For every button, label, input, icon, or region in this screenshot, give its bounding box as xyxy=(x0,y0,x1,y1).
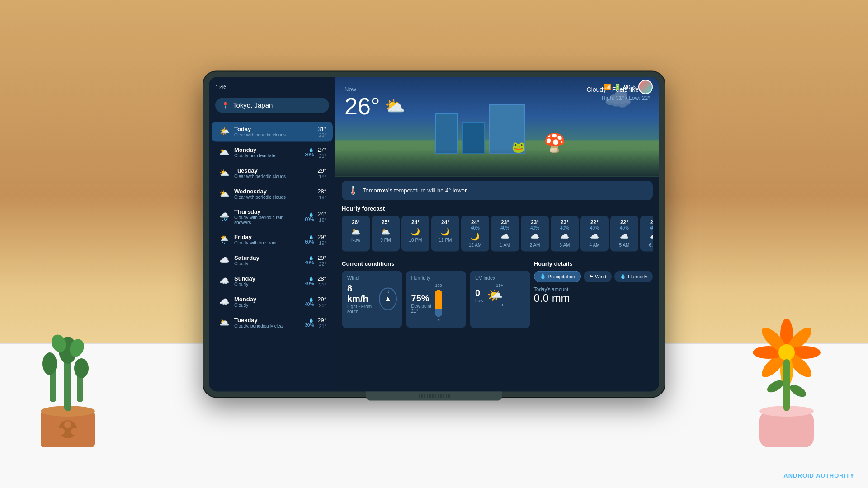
hourly-temp-7: 23° xyxy=(552,219,577,225)
forecast-info-8: Monday Cloudy xyxy=(234,296,297,308)
forecast-high-7: 28° xyxy=(317,275,326,282)
humidity-card: Humidity 75% Dew point 21° 100 xyxy=(406,271,467,328)
banner-icon: 🌡️ xyxy=(348,185,358,195)
hourly-item-6[interactable]: 23° 40% ☁️ 2 AM xyxy=(521,216,549,251)
forecast-item-2[interactable]: ⛅ Tuesday Clear with periodic clouds 29°… xyxy=(212,163,333,183)
forecast-precip-5: 💧60% xyxy=(301,235,314,244)
tablet-device: 1:46 📶 🔋 90% 📍 Tokyo, Japan xyxy=(203,71,665,397)
forecast-desc-4: Cloudy with periodic rain showers xyxy=(234,215,297,225)
wind-desc: Light • From south xyxy=(347,304,375,314)
hourly-item-2[interactable]: 24° 🌙 10 PM xyxy=(401,216,429,251)
hourly-details: Hourly details 💧 Precipitation ➤ Wind xyxy=(534,260,653,332)
current-conditions: Current conditions Wind 8 km/h Light • F… xyxy=(342,260,530,332)
hourly-temp-10: 22° xyxy=(642,219,653,225)
svg-point-5 xyxy=(71,428,78,435)
forecast-temps-9: 29° 21° xyxy=(317,317,326,329)
tab-precipitation[interactable]: 💧 Precipitation xyxy=(534,271,581,282)
wind-card: Wind 8 km/h Light • From south N xyxy=(342,271,402,328)
forecast-low-8: 20° xyxy=(317,303,326,308)
wind-content: 8 km/h Light • From south N ▲ xyxy=(347,283,397,314)
info-section: 🌡️ Tomorrow's temperature will be 4° low… xyxy=(335,176,659,391)
forecast-day-6: Saturday xyxy=(234,254,297,261)
grille-dot xyxy=(443,394,444,398)
forecast-temps-3: 28° 19° xyxy=(317,188,326,200)
forecast-desc-1: Cloudy but clear later xyxy=(234,153,297,158)
hourly-item-7[interactable]: 23° 40% ☁️ 3 AM xyxy=(551,216,579,251)
hourly-precip-7: 40% xyxy=(552,225,577,230)
tab-humidity[interactable]: 💧 Humidity xyxy=(614,271,653,282)
precip-tab-icon: 💧 xyxy=(540,273,546,279)
hourly-item-8[interactable]: 22° 40% ☁️ 4 AM xyxy=(580,216,609,251)
forecast-info-2: Tuesday Clear with periodic clouds xyxy=(234,167,297,179)
grille-dot xyxy=(440,394,442,398)
forecast-item-5[interactable]: 🌦️ Friday Cloudy with brief rain 💧60% 29… xyxy=(212,230,333,249)
speaker-grille xyxy=(366,391,502,400)
forecast-icon-5: 🌦️ xyxy=(218,233,231,246)
hourly-title: Hourly forecast xyxy=(342,205,653,212)
forecast-item-6[interactable]: ☁️ Saturday Cloudy 💧40% 29° 22° xyxy=(212,250,333,270)
precip-amount-value: 0.0 mm xyxy=(534,292,653,305)
hourly-icon-1: 🌥️ xyxy=(373,227,398,236)
svg-point-27 xyxy=(788,382,808,399)
forecast-high-3: 28° xyxy=(317,188,326,195)
forecast-item-8[interactable]: ☁️ Monday Cloudy 💧40% 29° 20° xyxy=(212,292,333,312)
tomorrow-banner: 🌡️ Tomorrow's temperature will be 4° low… xyxy=(342,181,653,200)
hourly-item-5[interactable]: 23° 40% ☁️ 1 AM xyxy=(491,216,519,251)
forecast-item-1[interactable]: 🌥️ Monday Cloudy but clear later 💧30% 27… xyxy=(212,142,333,162)
forecast-low-6: 22° xyxy=(317,261,326,267)
hourly-temp-0: 26° xyxy=(344,219,368,225)
hourly-item-10[interactable]: 22° 40% ☁️ 6 AM xyxy=(640,216,653,251)
hourly-item-4[interactable]: 24° 40% 🌙 12 AM xyxy=(461,216,489,251)
wind-speed: 8 km/h xyxy=(347,283,375,304)
hourly-icon-3: 🌙 xyxy=(433,227,458,236)
forecast-day-8: Monday xyxy=(234,296,297,303)
forecast-info-3: Wednesday Clear with periodic clouds xyxy=(234,188,297,200)
uv-value: 0 xyxy=(475,288,483,298)
humidity-value: 75% xyxy=(411,293,431,304)
forecast-low-9: 21° xyxy=(317,324,326,329)
tab-wind[interactable]: ➤ Wind xyxy=(584,271,612,282)
hourly-precip-8: 40% xyxy=(582,225,607,230)
uv-card: UV index 0 Low 11+ 🌤️ xyxy=(470,271,530,328)
forecast-info-1: Monday Cloudy but clear later xyxy=(234,146,297,158)
hourly-scroll[interactable]: 26° 🌥️ Now 25° 🌥️ 9 PM 24° 🌙 10 PM 24° 🌙… xyxy=(342,216,653,255)
forecast-temps-6: 29° 22° xyxy=(317,254,326,267)
user-avatar[interactable] xyxy=(638,80,653,94)
forecast-day-5: Friday xyxy=(234,234,297,240)
uv-max: 11+ xyxy=(487,283,503,288)
scene-building-2 xyxy=(462,122,485,154)
hourly-icon-8: ☁️ xyxy=(582,232,607,241)
forecast-info-4: Thursday Cloudy with periodic rain showe… xyxy=(234,208,297,225)
forecast-item-3[interactable]: ⛅ Wednesday Clear with periodic clouds 2… xyxy=(212,184,333,204)
bottom-row: Current conditions Wind 8 km/h Light • F… xyxy=(342,260,653,332)
location-bar[interactable]: 📍 Tokyo, Japan xyxy=(215,98,329,113)
hourly-item-1[interactable]: 25° 🌥️ 9 PM xyxy=(372,216,400,251)
location-pin-icon: 📍 xyxy=(222,102,229,109)
forecast-precip-4: 💧60% xyxy=(301,212,314,222)
grille-dot xyxy=(438,394,439,398)
hourly-precip-10: 40% xyxy=(642,225,653,230)
forecast-precip-8: 💧40% xyxy=(301,297,314,307)
compass-n: N xyxy=(387,289,390,294)
hourly-time-4: 12 AM xyxy=(463,243,487,248)
forecast-info-0: Today Clear with periodic clouds xyxy=(234,126,297,137)
forecast-item-0[interactable]: 🌤️ Today Clear with periodic clouds 31° … xyxy=(212,122,333,141)
right-panel: 🍄 🐸 ☁️ Now 26° ⛅ Cloudy • Feels like 26°… xyxy=(335,77,659,391)
hourly-item-9[interactable]: 22° 40% ☁️ 5 AM xyxy=(610,216,638,251)
forecast-icon-6: ☁️ xyxy=(218,254,231,267)
hourly-precip-5: 40% xyxy=(493,225,517,230)
watermark: ANDROID AUTHORITY xyxy=(783,472,854,479)
forecast-item-4[interactable]: 🌧️ Thursday Cloudy with periodic rain sh… xyxy=(212,205,333,229)
humidity-tab-icon: 💧 xyxy=(620,273,626,279)
forecast-desc-9: Cloudy, periodically clear xyxy=(234,324,297,328)
forecast-low-2: 19° xyxy=(317,174,326,179)
forecast-item-7[interactable]: ☁️ Sunday Cloudy 💧40% 28° 21° xyxy=(212,271,333,291)
hourly-item-0[interactable]: 26° 🌥️ Now xyxy=(342,216,370,251)
forecast-low-5: 19° xyxy=(317,240,326,246)
forecast-low-0: 22° xyxy=(317,132,326,138)
hourly-item-3[interactable]: 24° 🌙 11 PM xyxy=(431,216,459,251)
forecast-item-9[interactable]: 🌥️ Tuesday Cloudy, periodically clear 💧3… xyxy=(212,313,333,333)
compass-arrow: ▲ xyxy=(384,295,392,303)
uv-cloud-icon: 🌤️ xyxy=(487,288,503,303)
hourly-icon-7: ☁️ xyxy=(552,232,577,241)
